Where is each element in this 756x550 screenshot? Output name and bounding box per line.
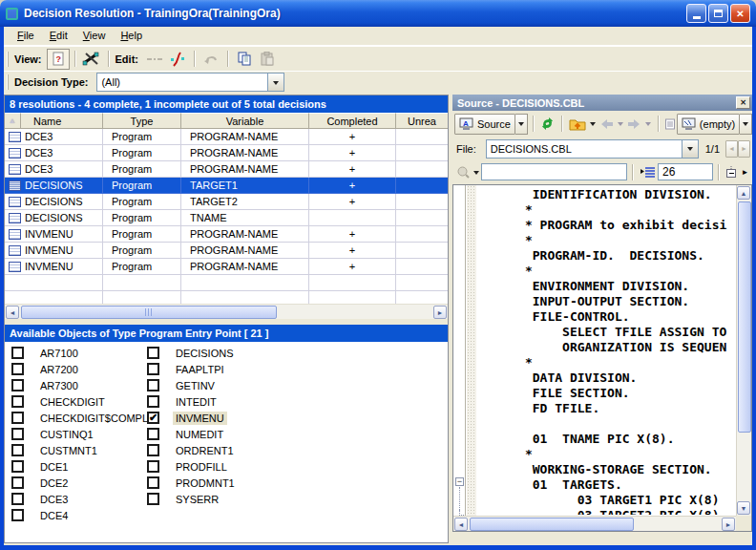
checkbox[interactable]	[147, 395, 159, 408]
column-header-name[interactable]: Name	[21, 113, 103, 129]
paste-button[interactable]	[256, 49, 279, 70]
scroll-left-button[interactable]: ◄	[6, 306, 19, 319]
object-checkbox-item[interactable]: ✔INVMENU	[140, 410, 448, 426]
column-header-unreachable[interactable]: Unrea	[396, 113, 448, 129]
nav-back-dropdown[interactable]	[616, 114, 625, 135]
collapse-button[interactable]	[724, 161, 740, 182]
table-row[interactable]: INVMENUProgramPROGRAM-NAME+	[5, 243, 448, 259]
undo-button[interactable]	[200, 49, 222, 70]
checkbox[interactable]	[147, 379, 159, 391]
folder-dropdown[interactable]	[588, 114, 598, 135]
object-checkbox-item[interactable]: CUSTINQ1	[5, 426, 140, 442]
table-row[interactable]: DECISIONSProgramTARGET1+	[5, 178, 448, 194]
scroll-right-button[interactable]: ►	[722, 518, 735, 531]
copy-button[interactable]	[233, 49, 256, 70]
toolbar-grip[interactable]	[7, 52, 9, 67]
object-checkbox-item[interactable]: FAAPLTPI	[140, 361, 448, 377]
object-checkbox-item[interactable]: AR7300	[5, 377, 140, 393]
nav-forward-button[interactable]	[625, 114, 643, 135]
search-input[interactable]	[481, 163, 627, 180]
nav-forward-dropdown[interactable]	[643, 114, 653, 135]
next-page-button[interactable]: ►	[738, 140, 750, 158]
close-button[interactable]: ✕	[730, 4, 750, 23]
object-checkbox-item[interactable]: CUSTMNT1	[5, 442, 140, 458]
scroll-left-button[interactable]: ◄	[454, 518, 468, 531]
checkbox[interactable]	[11, 460, 24, 473]
checkbox[interactable]	[147, 444, 159, 456]
checkbox[interactable]	[147, 493, 159, 505]
menu-edit[interactable]: Edit	[42, 28, 75, 44]
line-number-input[interactable]	[658, 163, 713, 180]
toolbar-overflow-button[interactable]: ►	[740, 162, 750, 181]
checkbox[interactable]	[11, 379, 24, 391]
context-selector-dropdown[interactable]	[740, 114, 752, 135]
object-checkbox-item[interactable]: GETINV	[140, 377, 448, 393]
object-checkbox-item[interactable]: PRODMNT1	[140, 475, 448, 491]
file-dropdown-button[interactable]	[682, 140, 698, 158]
table-row[interactable]: DCE3ProgramPROGRAM-NAME+	[5, 145, 448, 161]
object-checkbox-item[interactable]: CHECKDIGIT	[5, 393, 140, 410]
checkbox[interactable]	[147, 476, 159, 489]
list-button[interactable]	[663, 114, 677, 135]
sort-column-header[interactable]: ▲	[5, 113, 21, 129]
table-row[interactable]: DECISIONSProgramTARGET2+	[5, 194, 448, 210]
object-checkbox-item[interactable]: DCE1	[5, 458, 140, 475]
table-row[interactable]: INVMENUProgramPROGRAM-NAME+	[5, 226, 448, 243]
object-checkbox-item[interactable]: DCE3	[5, 491, 140, 507]
object-checkbox-item[interactable]: ORDRENT1	[140, 442, 448, 458]
edit-split-button[interactable]	[166, 49, 189, 70]
context-selector[interactable]: (empty)	[677, 114, 740, 135]
source-close-button[interactable]: ✕	[736, 96, 750, 109]
scroll-right-button[interactable]: ►	[433, 306, 447, 319]
table-row[interactable]: DECISIONSProgramTNAME	[5, 210, 448, 226]
object-checkbox-item[interactable]: DECISIONS	[140, 345, 448, 361]
column-header-type[interactable]: Type	[103, 113, 181, 129]
checkbox[interactable]	[11, 493, 24, 505]
checkbox[interactable]	[11, 428, 24, 440]
object-checkbox-item[interactable]: INTEDIT	[140, 393, 448, 410]
code-horizontal-scrollbar[interactable]: ◄ ►	[453, 516, 736, 531]
scroll-down-button[interactable]: ▼	[737, 501, 750, 515]
view-report-button[interactable]: ?	[47, 49, 70, 70]
edit-line-button[interactable]	[143, 49, 166, 70]
file-combobox[interactable]: DECISIONS.CBL	[486, 139, 699, 159]
scrollbar-thumb[interactable]	[21, 306, 277, 319]
object-checkbox-item[interactable]: AR7200	[5, 361, 140, 377]
decision-type-combobox[interactable]: (All)	[96, 73, 284, 92]
column-header-variable[interactable]: Variable	[181, 113, 309, 129]
table-row[interactable]: INVMENUProgramPROGRAM-NAME+	[5, 259, 448, 275]
fold-collapse-icon[interactable]: −	[455, 477, 464, 486]
search-button[interactable]	[454, 161, 472, 182]
minimize-button[interactable]	[686, 4, 706, 23]
menu-file[interactable]: File	[10, 28, 42, 44]
object-checkbox-item[interactable]: NUMEDIT	[140, 426, 448, 442]
checkbox[interactable]: ✔	[147, 412, 159, 424]
maximize-button[interactable]	[708, 4, 728, 23]
refresh-button[interactable]	[538, 114, 556, 135]
checkbox[interactable]	[11, 509, 24, 521]
menu-view[interactable]: View	[75, 28, 114, 44]
goto-line-button[interactable]	[638, 161, 658, 182]
checkbox[interactable]	[147, 428, 159, 440]
object-checkbox-item[interactable]: SYSERR	[140, 491, 448, 507]
menu-help[interactable]: Help	[113, 28, 150, 44]
folder-up-button[interactable]	[567, 114, 588, 135]
previous-page-button[interactable]: ◄	[725, 140, 738, 158]
scroll-up-button[interactable]: ▲	[737, 186, 750, 200]
table-row[interactable]: DCE3ProgramPROGRAM-NAME+	[5, 161, 448, 178]
checkbox[interactable]	[147, 363, 159, 375]
checkbox[interactable]	[11, 347, 24, 359]
nav-back-button[interactable]	[598, 114, 616, 135]
column-header-completed[interactable]: Completed	[309, 113, 396, 129]
object-checkbox-item[interactable]: AR7100	[5, 345, 140, 361]
code-vertical-scrollbar[interactable]: ▲ ▼	[736, 185, 751, 516]
search-dropdown[interactable]	[472, 161, 481, 182]
code-lines[interactable]: IDENTIFICATION DIVISION. * * PROGRAM to …	[480, 187, 735, 515]
checkbox[interactable]	[11, 444, 24, 456]
checkbox[interactable]	[147, 347, 159, 359]
grid-horizontal-scrollbar[interactable]: ◄ ►	[5, 304, 448, 319]
scrollbar-thumb[interactable]	[738, 201, 751, 433]
checkbox[interactable]	[147, 460, 159, 473]
decision-type-dropdown-button[interactable]	[267, 74, 284, 91]
checkbox[interactable]	[11, 476, 24, 489]
